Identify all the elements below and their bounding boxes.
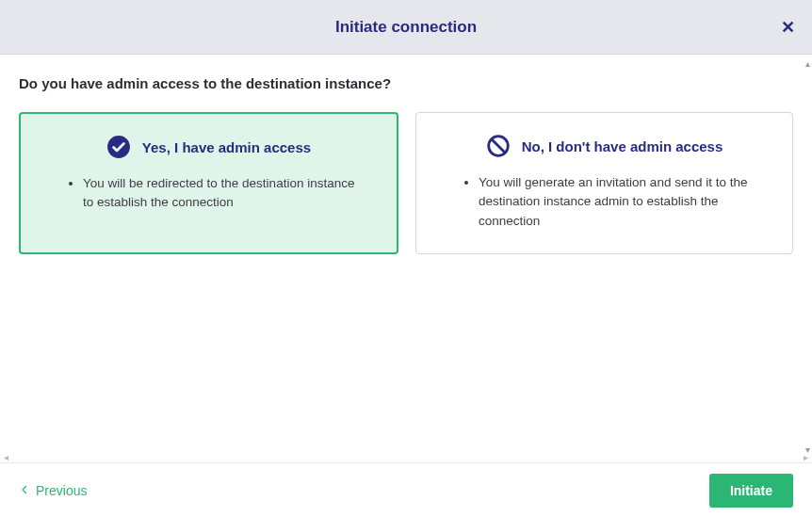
svg-line-2 bbox=[491, 139, 505, 153]
scroll-left-icon: ◂ bbox=[4, 452, 8, 462]
check-circle-icon bbox=[106, 135, 131, 159]
scroll-right-icon: ▸ bbox=[804, 452, 808, 462]
horizontal-scroll-indicator: ◂ ▸ bbox=[0, 451, 812, 462]
option-yes-desc-list: You will be redirected to the destinatio… bbox=[41, 174, 376, 213]
modal-body: Do you have admin access to the destinat… bbox=[0, 55, 812, 460]
option-no-header: No, I don't have admin access bbox=[437, 134, 771, 158]
option-yes-title: Yes, I have admin access bbox=[142, 139, 311, 155]
close-button[interactable]: ✕ bbox=[781, 17, 795, 38]
option-group: Yes, I have admin access You will be red… bbox=[19, 112, 793, 254]
option-yes-admin[interactable]: Yes, I have admin access You will be red… bbox=[19, 112, 398, 254]
chevron-left-icon bbox=[19, 484, 30, 497]
option-no-desc-list: You will generate an invitation and send… bbox=[437, 173, 771, 231]
modal-title: Initiate connection bbox=[335, 18, 477, 37]
modal-header: Initiate connection ✕ bbox=[0, 0, 812, 55]
previous-button[interactable]: Previous bbox=[19, 483, 87, 498]
initiate-button[interactable]: Initiate bbox=[709, 474, 793, 508]
question-text: Do you have admin access to the destinat… bbox=[19, 75, 793, 91]
option-no-admin[interactable]: No, I don't have admin access You will g… bbox=[415, 112, 793, 254]
option-yes-desc: You will be redirected to the destinatio… bbox=[83, 174, 368, 213]
option-no-desc: You will generate an invitation and send… bbox=[479, 173, 764, 231]
prohibit-icon bbox=[486, 134, 511, 158]
previous-label: Previous bbox=[36, 483, 87, 498]
modal-footer: Previous Initiate bbox=[0, 462, 812, 517]
option-yes-header: Yes, I have admin access bbox=[41, 135, 376, 159]
option-no-title: No, I don't have admin access bbox=[522, 138, 723, 154]
initiate-label: Initiate bbox=[730, 483, 772, 498]
close-icon: ✕ bbox=[781, 18, 795, 37]
